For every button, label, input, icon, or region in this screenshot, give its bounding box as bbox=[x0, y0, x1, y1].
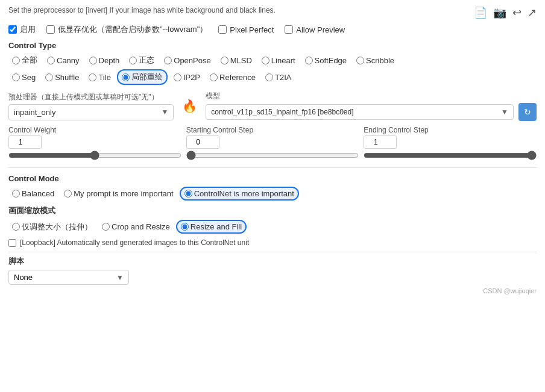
radio-softedge-input[interactable] bbox=[305, 57, 313, 64]
starting-step-label: Starting Control Step bbox=[186, 126, 359, 134]
preprocessor-model-row: 预处理器（直接上传模式图或草稿时可选"无"） inpaint_only none… bbox=[8, 91, 537, 121]
radio-prompt-important-input[interactable] bbox=[64, 190, 72, 198]
radio-openpose-input[interactable] bbox=[164, 57, 172, 64]
radio-crop-resize-label: Crop and Resize bbox=[112, 222, 170, 231]
control-weight-input[interactable] bbox=[8, 135, 42, 149]
control-type-row2: Seg Shuffle Tile 局部重绘 IP2P Reference T2I… bbox=[8, 69, 537, 85]
model-field: 模型 control_v11p_sd15_inpaint_fp16 [be8bc… bbox=[206, 91, 537, 121]
undo-icon[interactable]: ↩ bbox=[512, 6, 521, 19]
radio-canny[interactable]: Canny bbox=[43, 55, 83, 66]
radio-crop-resize[interactable]: Crop and Resize bbox=[98, 221, 174, 232]
radio-stretch-input[interactable] bbox=[12, 223, 20, 231]
control-mode-label: Control Mode bbox=[8, 174, 537, 183]
radio-seg[interactable]: Seg bbox=[8, 72, 39, 83]
radio-canny-input[interactable] bbox=[47, 57, 55, 64]
top-info: Set the preprocessor to [invert] If your… bbox=[8, 6, 537, 19]
radio-reference-input[interactable] bbox=[210, 73, 218, 81]
send-icon[interactable]: ↗ bbox=[528, 6, 537, 19]
pixel-perfect-checkbox-item[interactable]: Pixel Perfect bbox=[218, 25, 274, 34]
radio-tile[interactable]: Tile bbox=[85, 72, 114, 83]
loopback-checkbox[interactable] bbox=[8, 239, 16, 247]
radio-t2ia[interactable]: T2IA bbox=[262, 72, 295, 83]
model-refresh-button[interactable]: ↻ bbox=[518, 103, 537, 121]
lowvram-label: 低显存优化（需配合启动参数"--lowvram"） bbox=[58, 24, 207, 35]
radio-depth-input[interactable] bbox=[89, 57, 97, 64]
radio-controlnet-important-input[interactable] bbox=[184, 190, 192, 198]
radio-balanced[interactable]: Balanced bbox=[8, 188, 58, 199]
radio-inpaint-input[interactable] bbox=[122, 73, 130, 81]
radio-inpaint-label: 局部重绘 bbox=[131, 72, 163, 82]
radio-resize-fill[interactable]: Resize and Fill bbox=[176, 220, 247, 234]
loopback-row: [Loopback] Automatically send generated … bbox=[8, 238, 537, 247]
radio-scribble-input[interactable] bbox=[356, 57, 364, 64]
radio-balanced-input[interactable] bbox=[12, 190, 20, 198]
radio-lineart-input[interactable] bbox=[262, 57, 269, 64]
radio-seg-input[interactable] bbox=[12, 73, 20, 81]
control-type-label: Control Type bbox=[8, 41, 537, 50]
radio-all[interactable]: 全部 bbox=[8, 54, 41, 67]
camera-icon[interactable]: 📷 bbox=[493, 6, 506, 19]
radio-lineart[interactable]: Lineart bbox=[258, 55, 299, 66]
pixel-perfect-checkbox[interactable] bbox=[218, 25, 227, 34]
scripts-select-wrapper[interactable]: None ▼ bbox=[8, 270, 129, 285]
radio-mlsd-label: MLSD bbox=[230, 56, 252, 65]
preprocessor-select[interactable]: inpaint_only none inpaint_global_harmoni… bbox=[9, 105, 156, 120]
radio-controlnet-important[interactable]: ControlNet is more important bbox=[180, 187, 299, 201]
model-dropdown-icon: ▼ bbox=[496, 108, 513, 116]
radio-ip2p-input[interactable] bbox=[174, 73, 181, 81]
radio-shuffle-input[interactable] bbox=[45, 73, 53, 81]
model-select[interactable]: control_v11p_sd15_inpaint_fp16 [be8bc0ed… bbox=[206, 105, 496, 119]
radio-mlsd[interactable]: MLSD bbox=[217, 55, 256, 66]
radio-depth[interactable]: Depth bbox=[86, 55, 124, 66]
allow-preview-checkbox-item[interactable]: Allow Preview bbox=[285, 25, 345, 34]
radio-stretch[interactable]: 仅调整大小（拉伸） bbox=[8, 220, 96, 234]
scripts-select[interactable]: None bbox=[9, 270, 112, 284]
model-label: 模型 bbox=[206, 91, 537, 101]
allow-preview-checkbox[interactable] bbox=[285, 25, 293, 34]
loopback-label: [Loopback] Automatically send generated … bbox=[20, 238, 249, 247]
radio-scribble[interactable]: Scribble bbox=[353, 55, 398, 66]
preprocessor-select-wrapper[interactable]: inpaint_only none inpaint_global_harmoni… bbox=[8, 104, 174, 120]
radio-openpose[interactable]: OpenPose bbox=[160, 55, 214, 66]
radio-t2ia-input[interactable] bbox=[265, 73, 273, 81]
checkbox-row: 启用 低显存优化（需配合启动参数"--lowvram"） Pixel Perfe… bbox=[8, 24, 537, 35]
radio-balanced-label: Balanced bbox=[22, 189, 54, 198]
radio-all-label: 全部 bbox=[22, 55, 37, 66]
radio-tile-input[interactable] bbox=[89, 73, 96, 81]
radio-ip2p-label: IP2P bbox=[183, 73, 200, 82]
radio-prompt-important[interactable]: My prompt is more important bbox=[60, 188, 177, 199]
ending-step-input[interactable] bbox=[364, 135, 397, 149]
ending-step-slider[interactable] bbox=[364, 151, 537, 160]
radio-reference[interactable]: Reference bbox=[206, 72, 259, 83]
scripts-section: 脚本 None ▼ bbox=[8, 252, 537, 285]
radio-resize-fill-label: Resize and Fill bbox=[191, 222, 242, 231]
control-mode-radio-group: Balanced My prompt is more important Con… bbox=[8, 187, 537, 201]
radio-ip2p[interactable]: IP2P bbox=[170, 72, 204, 83]
radio-softedge[interactable]: SoftEdge bbox=[301, 55, 351, 66]
control-weight-slider[interactable] bbox=[8, 151, 181, 160]
lowvram-checkbox-item[interactable]: 低显存优化（需配合启动参数"--lowvram"） bbox=[46, 24, 207, 35]
radio-resize-fill-input[interactable] bbox=[181, 223, 189, 231]
preprocessor-label: 预处理器（直接上传模式图或草稿时可选"无"） bbox=[8, 92, 174, 102]
radio-crop-resize-input[interactable] bbox=[102, 223, 110, 231]
radio-t2ia-label: T2IA bbox=[275, 73, 291, 82]
radio-normal[interactable]: 正态 bbox=[125, 54, 158, 67]
starting-step-slider[interactable] bbox=[186, 151, 359, 160]
radio-normal-input[interactable] bbox=[129, 57, 137, 64]
resize-mode-label: 画面缩放模式 bbox=[8, 205, 537, 216]
document-icon[interactable]: 📄 bbox=[474, 6, 487, 19]
allow-preview-label: Allow Preview bbox=[296, 25, 345, 34]
model-select-wrapper[interactable]: control_v11p_sd15_inpaint_fp16 [be8bc0ed… bbox=[206, 104, 514, 120]
lowvram-checkbox[interactable] bbox=[46, 25, 55, 34]
radio-stretch-label: 仅调整大小（拉伸） bbox=[22, 222, 92, 232]
radio-scribble-label: Scribble bbox=[366, 56, 394, 65]
radio-mlsd-input[interactable] bbox=[221, 57, 228, 64]
starting-step-input[interactable] bbox=[186, 135, 219, 149]
radio-shuffle[interactable]: Shuffle bbox=[42, 72, 83, 83]
radio-inpaint[interactable]: 局部重绘 bbox=[117, 69, 168, 85]
radio-seg-label: Seg bbox=[22, 73, 36, 82]
enable-checkbox[interactable] bbox=[8, 25, 17, 34]
radio-controlnet-important-label: ControlNet is more important bbox=[194, 189, 294, 198]
enable-checkbox-item[interactable]: 启用 bbox=[8, 24, 36, 35]
radio-all-input[interactable] bbox=[12, 57, 20, 64]
